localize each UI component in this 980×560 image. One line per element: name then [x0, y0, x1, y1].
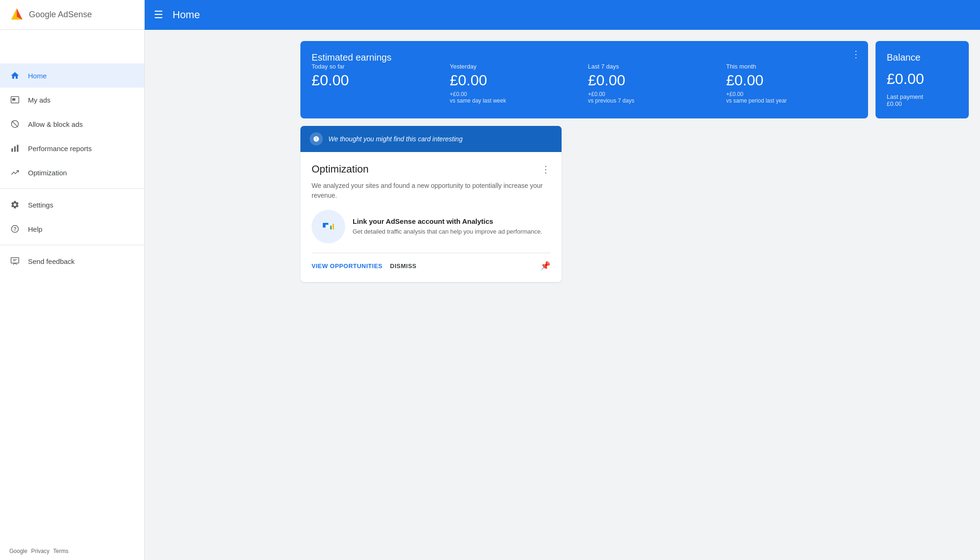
balance-card: Balance £0.00 Last payment £0.00 — [876, 41, 969, 118]
svg-rect-8 — [17, 145, 18, 152]
notification-icon — [310, 132, 323, 145]
ads-icon — [9, 94, 21, 105]
optimization-actions: VIEW OPPORTUNITIES DISMISS 📌 — [312, 253, 550, 271]
feedback-icon — [9, 256, 21, 267]
optimization-card: Optimization ⋮ We analyzed your sites an… — [300, 152, 562, 282]
svg-rect-7 — [14, 146, 15, 152]
svg-rect-16 — [326, 225, 328, 228]
estimated-earnings-card: Estimated earnings ⋮ Today so far £0.00 … — [300, 41, 868, 118]
yesterday-amount: £0.00 — [450, 72, 580, 89]
optimization-more-button[interactable]: ⋮ — [541, 164, 550, 175]
7days-change: +£0.00vs previous 7 days — [588, 91, 719, 104]
sidebar-item-allow-block-label: Allow & block ads — [28, 120, 83, 128]
optimization-feature-text: Link your AdSense account with Analytics… — [353, 217, 542, 236]
month-change: +£0.00vs same period last year — [726, 91, 857, 104]
sidebar-item-optimization[interactable]: Optimization — [0, 160, 144, 185]
dismiss-button[interactable]: DISMISS — [390, 263, 417, 270]
7days-label: Last 7 days — [588, 63, 719, 70]
sidebar-item-settings-label: Settings — [28, 201, 53, 209]
svg-rect-18 — [333, 224, 334, 229]
svg-line-5 — [12, 121, 18, 127]
earning-7days: Last 7 days £0.00 +£0.00vs previous 7 da… — [588, 63, 719, 104]
view-opportunities-button[interactable]: VIEW OPPORTUNITIES — [312, 263, 382, 270]
last-payment-amount: £0.00 — [887, 100, 958, 107]
notification-text: We thought you might find this card inte… — [328, 135, 463, 143]
earnings-grid: Today so far £0.00 Yesterday £0.00 +£0.0… — [312, 63, 857, 104]
sidebar-item-settings[interactable]: Settings — [0, 193, 144, 217]
sidebar: Home My ads Allow & block ads Performanc… — [0, 30, 145, 560]
sidebar-nav: Home My ads Allow & block ads Performanc… — [0, 60, 144, 542]
chart-icon — [9, 143, 21, 154]
footer-terms-link[interactable]: Terms — [53, 548, 69, 554]
optimization-description: We analyzed your sites and found a new o… — [312, 181, 550, 200]
block-icon — [9, 118, 21, 130]
sidebar-footer: Google Privacy Terms — [0, 542, 144, 560]
optimization-feature: Link your AdSense account with Analytics… — [312, 210, 550, 243]
sidebar-item-help-label: Help — [28, 225, 42, 233]
analytics-icon — [312, 210, 345, 243]
home-icon — [9, 70, 21, 81]
svg-rect-3 — [12, 98, 15, 101]
cards-row: Estimated earnings ⋮ Today so far £0.00 … — [300, 41, 969, 118]
sidebar-item-help[interactable]: ? Help — [0, 217, 144, 241]
sidebar-item-feedback-label: Send feedback — [28, 257, 75, 265]
nav-divider-1 — [0, 188, 144, 189]
sidebar-item-feedback[interactable]: Send feedback — [0, 249, 144, 273]
svg-rect-6 — [12, 148, 13, 152]
earnings-card-title: Estimated earnings — [312, 52, 391, 62]
gear-icon — [9, 199, 21, 210]
sidebar-item-home-label: Home — [28, 72, 47, 80]
sidebar-item-performance[interactable]: Performance reports — [0, 136, 144, 160]
adsense-logo-icon — [9, 7, 24, 22]
month-label: This month — [726, 63, 857, 70]
last-payment-label: Last payment — [887, 93, 958, 100]
svg-rect-17 — [330, 226, 332, 229]
sidebar-item-optimization-label: Optimization — [28, 169, 67, 177]
trending-icon — [9, 167, 21, 178]
today-label: Today so far — [312, 63, 442, 70]
svg-rect-11 — [11, 258, 19, 263]
footer-google-link[interactable]: Google — [9, 548, 28, 554]
main-content: Estimated earnings ⋮ Today so far £0.00 … — [289, 30, 980, 560]
help-icon: ? — [9, 223, 21, 235]
sidebar-logo: Google AdSense — [0, 0, 145, 30]
today-amount: £0.00 — [312, 72, 442, 89]
sidebar-item-my-ads[interactable]: My ads — [0, 88, 144, 112]
earning-yesterday: Yesterday £0.00 +£0.00vs same day last w… — [450, 63, 580, 104]
feature-desc: Get detailed traffic analysis that can h… — [353, 227, 542, 236]
balance-card-title: Balance — [887, 52, 958, 63]
yesterday-change: +£0.00vs same day last week — [450, 91, 580, 104]
nav-divider-2 — [0, 245, 144, 245]
sidebar-item-allow-block[interactable]: Allow & block ads — [0, 112, 144, 136]
feature-title: Link your AdSense account with Analytics — [353, 217, 542, 225]
footer-privacy-link[interactable]: Privacy — [31, 548, 49, 554]
balance-amount: £0.00 — [887, 70, 958, 88]
month-amount: £0.00 — [726, 72, 857, 89]
main-header: ☰ Home — [145, 0, 980, 30]
svg-text:?: ? — [14, 226, 17, 232]
sidebar-item-my-ads-label: My ads — [28, 96, 50, 104]
optimization-actions-left: VIEW OPPORTUNITIES DISMISS — [312, 263, 417, 270]
optimization-title: Optimization — [312, 163, 368, 175]
yesterday-label: Yesterday — [450, 63, 580, 70]
7days-amount: £0.00 — [588, 72, 719, 89]
sidebar-item-home[interactable]: Home — [0, 63, 144, 88]
sidebar-item-performance-label: Performance reports — [28, 145, 92, 152]
notification-card: We thought you might find this card inte… — [300, 126, 562, 152]
earning-today: Today so far £0.00 — [312, 63, 442, 104]
earnings-more-button[interactable]: ⋮ — [851, 48, 861, 60]
optimization-wrapper: We thought you might find this card inte… — [300, 126, 562, 282]
logo-text: Google AdSense — [29, 10, 92, 20]
header-title: Home — [173, 9, 200, 21]
optimization-header: Optimization ⋮ — [312, 163, 550, 175]
pin-button[interactable]: 📌 — [540, 261, 550, 271]
earning-this-month: This month £0.00 +£0.00vs same period la… — [726, 63, 857, 104]
hamburger-icon[interactable]: ☰ — [154, 9, 163, 21]
